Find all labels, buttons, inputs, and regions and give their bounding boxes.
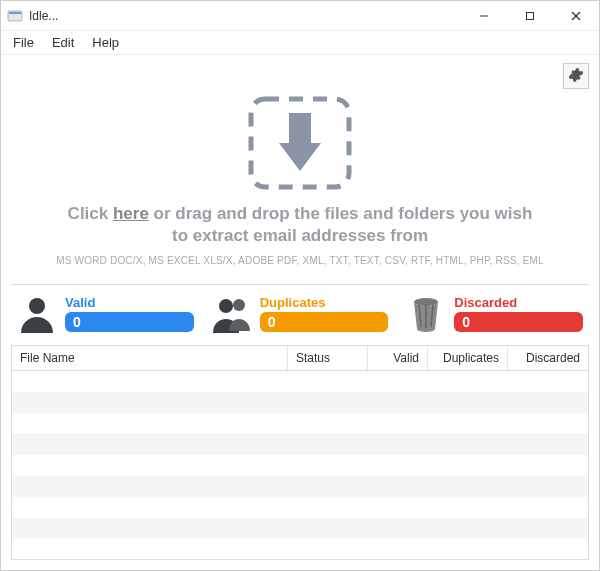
settings-button[interactable] <box>563 63 589 89</box>
table-row <box>12 455 588 476</box>
titlebar: Idle... <box>1 1 599 31</box>
supported-filetypes: MS WORD DOC/X, MS EXCEL XLS/X, ADOBE PDF… <box>56 255 544 266</box>
browse-link[interactable]: here <box>113 204 149 223</box>
stat-valid-count: 0 <box>65 312 194 332</box>
svg-rect-1 <box>9 12 21 14</box>
stat-duplicates-label: Duplicates <box>260 295 389 310</box>
instr-mid: or drag and drop the files and folders y… <box>149 204 533 223</box>
menu-file[interactable]: File <box>5 33 42 52</box>
stat-duplicates-body: Duplicates 0 <box>260 295 389 332</box>
instr-line2: to extract email addresses from <box>172 226 428 245</box>
table-header: File Name Status Valid Duplicates Discar… <box>12 346 588 371</box>
instr-prefix: Click <box>68 204 113 223</box>
table-row <box>12 497 588 518</box>
stats-row: Valid 0 Duplicates 0 <box>11 293 589 333</box>
stat-valid-body: Valid 0 <box>65 295 194 332</box>
stat-discarded: Discarded 0 <box>406 293 583 333</box>
gear-icon <box>568 67 584 86</box>
table-row <box>12 392 588 413</box>
app-icon <box>7 8 23 24</box>
stat-discarded-body: Discarded 0 <box>454 295 583 332</box>
svg-point-10 <box>219 299 233 313</box>
stat-valid-label: Valid <box>65 295 194 310</box>
main-content: Click here or drag and drop the files an… <box>1 55 599 570</box>
svg-point-9 <box>29 298 45 314</box>
col-valid[interactable]: Valid <box>368 346 428 370</box>
divider <box>11 284 589 285</box>
svg-point-11 <box>233 299 245 311</box>
menu-edit[interactable]: Edit <box>44 33 82 52</box>
col-discarded[interactable]: Discarded <box>508 346 588 370</box>
stat-discarded-label: Discarded <box>454 295 583 310</box>
toolbar-row <box>11 63 589 89</box>
stat-discarded-count: 0 <box>454 312 583 332</box>
table-row <box>12 413 588 434</box>
window-title: Idle... <box>29 9 58 23</box>
drop-arrow-icon <box>245 93 355 193</box>
file-table: File Name Status Valid Duplicates Discar… <box>11 345 589 560</box>
stat-valid: Valid 0 <box>17 293 194 333</box>
table-row <box>12 434 588 455</box>
table-row <box>12 518 588 539</box>
minimize-button[interactable] <box>461 1 507 31</box>
trash-icon <box>406 293 446 333</box>
table-row <box>12 371 588 392</box>
menubar: File Edit Help <box>1 31 599 55</box>
svg-marker-8 <box>279 143 321 171</box>
drop-zone[interactable]: Click here or drag and drop the files an… <box>11 89 589 274</box>
svg-rect-3 <box>527 12 534 19</box>
users-icon <box>212 293 252 333</box>
window-controls <box>461 1 599 31</box>
table-row <box>12 476 588 497</box>
titlebar-left: Idle... <box>7 8 58 24</box>
menu-help[interactable]: Help <box>84 33 127 52</box>
svg-point-12 <box>414 298 438 306</box>
svg-rect-7 <box>289 113 311 145</box>
user-icon <box>17 293 57 333</box>
col-duplicates[interactable]: Duplicates <box>428 346 508 370</box>
col-filename[interactable]: File Name <box>12 346 288 370</box>
drop-instructions: Click here or drag and drop the files an… <box>68 203 533 247</box>
table-body <box>12 371 588 559</box>
col-status[interactable]: Status <box>288 346 368 370</box>
close-button[interactable] <box>553 1 599 31</box>
maximize-button[interactable] <box>507 1 553 31</box>
stat-duplicates-count: 0 <box>260 312 389 332</box>
stat-duplicates: Duplicates 0 <box>212 293 389 333</box>
